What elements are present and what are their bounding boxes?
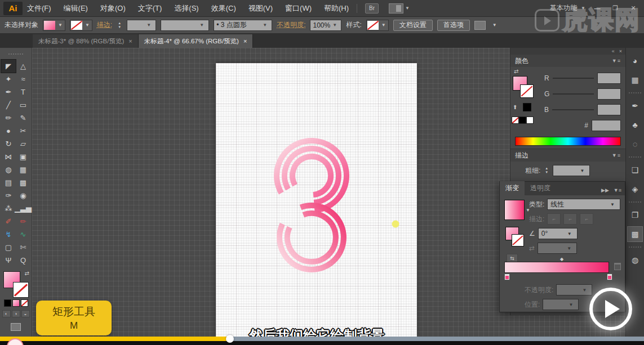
tab-gradient[interactable]: 渐变 [500, 181, 525, 195]
curvature-tool-icon[interactable]: ↯ [1, 228, 16, 241]
workspace-switcher[interactable]: 基本功能 ▼ [550, 3, 585, 13]
expand-panel-icon[interactable]: ▶▶ [601, 187, 609, 193]
panel-menu-icon[interactable]: ▼≡ [614, 187, 621, 193]
gradient-button[interactable] [12, 299, 20, 307]
magic-wand-tool-icon[interactable]: ✦ [1, 73, 16, 86]
change-screen-mode-button[interactable] [11, 323, 21, 331]
mesh-tool-icon[interactable]: ▤ [1, 176, 16, 189]
green-value-field[interactable] [597, 88, 621, 100]
menu-object[interactable]: 对象(O) [100, 3, 126, 14]
gradient-stop-start[interactable] [504, 274, 510, 280]
document-tab-2[interactable]: 未标题-4* @ 66.67% (RGB/预览) × [139, 34, 254, 48]
stroke-weight-select[interactable]: ▼ [553, 165, 590, 176]
pen-tool-icon[interactable]: ✒ [1, 86, 16, 98]
draw-normal-mode-button[interactable]: ◐ [2, 310, 11, 317]
menu-file[interactable]: 文件(F) [27, 3, 51, 14]
close-panel-group-icon[interactable]: × [619, 48, 622, 54]
minimize-button[interactable]: — [591, 4, 603, 12]
swap-fill-stroke-icon[interactable]: ⇄ [25, 270, 29, 276]
perspective-grid-tool-icon[interactable]: ▦ [16, 163, 30, 176]
document-tab-1[interactable]: 未标题-3* @ 88% (RGB/预览) × [33, 34, 139, 48]
shape-builder-tool-icon[interactable]: ◍ [1, 163, 16, 176]
slice-tool-icon[interactable]: ✄ [16, 241, 30, 254]
stroke-along-button[interactable]: ⌐ [563, 213, 577, 225]
eyedropper-tool-icon[interactable]: ✑ [1, 189, 16, 202]
scale-tool-icon[interactable]: ▱ [16, 137, 30, 150]
aspect-ratio-select[interactable]: ▼ [538, 243, 577, 254]
gradient-slider[interactable]: ◆ [504, 262, 620, 273]
stroke-weight-stepper[interactable]: ▲▼ [544, 167, 549, 174]
opacity-select[interactable]: 100% ▼ [310, 20, 341, 31]
gradient-type-select[interactable]: 线性 ▼ [547, 199, 620, 210]
draw-inside-mode-button[interactable]: ◒ [21, 310, 30, 317]
transparency-panel-icon[interactable]: ◍ [628, 253, 642, 267]
stroke-color-picker[interactable]: ▼ [70, 20, 92, 31]
hex-field[interactable] [592, 120, 621, 131]
direct-selection-tool-icon[interactable]: △ [16, 60, 30, 73]
gradient-stroke-none-swatch[interactable] [512, 235, 523, 246]
red-slider[interactable] [553, 78, 594, 79]
tab-close-icon[interactable]: × [243, 38, 247, 44]
none-button[interactable] [21, 299, 28, 307]
swap-icon[interactable]: ⇄ [514, 68, 518, 74]
variable-width-profile-select[interactable]: ▼ [161, 20, 209, 31]
lasso-tool-icon[interactable]: ≈ [16, 73, 30, 86]
scissors-tool-icon[interactable]: ✂ [16, 124, 30, 137]
stop-opacity-select[interactable]: ▼ [556, 284, 592, 295]
none-swatch[interactable] [512, 117, 519, 124]
stroke-panel-link[interactable]: 描边: [97, 20, 112, 30]
gradient-angle-select[interactable]: 0° ▼ [538, 228, 578, 239]
rotate-tool-icon[interactable]: ↻ [1, 137, 16, 150]
color-panel-title[interactable]: 颜色 ▼≡ [510, 55, 625, 67]
pencil-tool-icon[interactable]: ✎ [16, 111, 30, 124]
black-swatch[interactable] [519, 117, 526, 124]
stop-location-select[interactable]: ▼ [543, 299, 579, 310]
preferences-button[interactable]: 首选项 [437, 20, 470, 31]
artboard-tool-icon[interactable]: ▢ [1, 241, 16, 254]
color-guide-panel-icon[interactable]: ◕ [628, 53, 642, 68]
color-button[interactable] [4, 299, 11, 307]
menu-type[interactable]: 文字(T) [138, 3, 162, 14]
brushes-panel-icon[interactable]: ✒ [628, 98, 642, 113]
blue-value-field[interactable] [597, 104, 621, 115]
gradient-thumbnail[interactable] [504, 200, 525, 220]
pathfinder-panel-icon[interactable]: ❐ [628, 208, 642, 222]
symbols-panel-icon[interactable]: ♣ [628, 118, 642, 132]
appearance-panel-icon[interactable]: ◌ [628, 137, 642, 151]
artwork-number-3[interactable] [216, 63, 417, 337]
video-play-button[interactable] [589, 288, 632, 330]
artboards-panel-icon[interactable]: ❏ [628, 163, 642, 177]
gradient-ramp[interactable] [504, 262, 609, 273]
blue-slider[interactable] [552, 109, 594, 110]
color-fill-stroke[interactable]: ⇄ ⬆ [510, 67, 540, 133]
white-swatch[interactable] [526, 117, 534, 124]
panel-menu-icon[interactable]: ▼≡ [612, 58, 621, 64]
menu-edit[interactable]: 编辑(E) [64, 3, 88, 14]
stroke-panel-title[interactable]: 描边 ▼≡ [510, 149, 625, 162]
stroke-across-button[interactable]: ⌐ [580, 213, 593, 225]
gradient-stop-end[interactable] [607, 274, 612, 280]
artboard[interactable] [216, 63, 417, 337]
blob-brush-tool-icon[interactable]: ● [1, 124, 16, 137]
collapse-panels-icon[interactable]: « [612, 48, 615, 54]
tab-close-icon[interactable]: × [128, 38, 132, 44]
menu-help[interactable]: 帮助(H) [324, 3, 349, 14]
draw-behind-mode-button[interactable]: ◑ [12, 310, 20, 317]
hand-tool-icon[interactable]: Ψ [1, 254, 16, 267]
path-scribble-tool-icon[interactable]: ∿ [16, 228, 30, 241]
width-tool-icon[interactable]: ⋈ [1, 150, 16, 163]
free-transform-tool-icon[interactable]: ▣ [16, 150, 30, 163]
graph-tool-icon[interactable]: ▁▃▅ [16, 202, 30, 215]
layers-panel-icon[interactable]: ◈ [628, 182, 642, 196]
video-progress-bar[interactable] [0, 337, 644, 341]
menu-select[interactable]: 选择(S) [174, 3, 198, 14]
align-icon[interactable] [474, 21, 486, 30]
paintbrush-tool-icon[interactable]: ✏ [1, 111, 16, 124]
document-setup-button[interactable]: 文档设置 [393, 20, 433, 31]
arrange-documents-icon[interactable] [389, 3, 403, 14]
type-tool-icon[interactable]: T [16, 86, 30, 98]
close-button[interactable]: ✕ [627, 4, 639, 12]
blend-tool-icon[interactable]: ◉ [16, 189, 30, 202]
bridge-button[interactable]: Br [365, 3, 379, 14]
gradient-midpoint-icon[interactable]: ◆ [560, 257, 563, 262]
